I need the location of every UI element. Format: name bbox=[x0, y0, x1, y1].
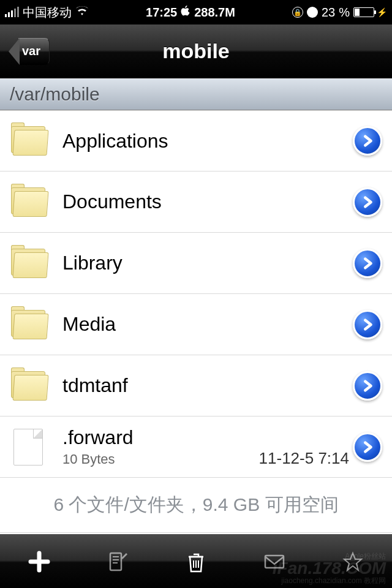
path-bar: /var/mobile bbox=[0, 78, 392, 110]
list-item[interactable]: Library bbox=[0, 233, 392, 294]
bottom-toolbar bbox=[0, 534, 392, 588]
status-bar: 中国移动 17:25 288.7M 🔒 23% ⚡ bbox=[0, 0, 392, 24]
item-name: tdmtanf bbox=[62, 374, 353, 397]
rotation-lock-icon: 🔒 bbox=[292, 7, 303, 18]
item-date: 11-12-5 7:14 bbox=[259, 449, 349, 468]
disclosure-button[interactable] bbox=[353, 432, 382, 462]
charging-icon: ⚡ bbox=[377, 7, 387, 17]
item-name: Media bbox=[62, 313, 353, 336]
disclosure-button[interactable] bbox=[353, 371, 382, 401]
navigation-bar: var mobile bbox=[0, 24, 392, 78]
svg-rect-0 bbox=[110, 553, 121, 570]
wifi-icon bbox=[75, 6, 89, 20]
signal-icon bbox=[5, 7, 19, 17]
battery-icon bbox=[353, 7, 374, 17]
list-item[interactable]: Documents bbox=[0, 172, 392, 233]
back-button-label: var bbox=[18, 38, 50, 65]
list-item[interactable]: .forward 10 Bytes 11-12-5 7:14 bbox=[0, 417, 392, 478]
disclosure-button[interactable] bbox=[353, 310, 382, 339]
current-path: /var/mobile bbox=[10, 84, 100, 105]
item-name: .forward bbox=[62, 426, 353, 449]
list-item[interactable]: Applications bbox=[0, 110, 392, 172]
page-title: mobile bbox=[0, 39, 392, 63]
disclosure-button[interactable] bbox=[353, 187, 382, 217]
trash-button[interactable] bbox=[180, 546, 212, 578]
disclosure-button[interactable] bbox=[353, 249, 382, 278]
folder-icon bbox=[11, 246, 50, 281]
item-name: Applications bbox=[62, 130, 353, 153]
file-icon bbox=[13, 429, 43, 466]
summary-row: 6 个文件/文件夹，9.4 GB 可用空间 bbox=[0, 478, 392, 533]
bookmark-button[interactable] bbox=[337, 546, 369, 578]
item-name: Documents bbox=[62, 190, 353, 213]
file-list: Applications Documents Library Media tdm… bbox=[0, 110, 392, 539]
svg-rect-1 bbox=[265, 556, 284, 568]
alarm-icon bbox=[307, 7, 318, 18]
clock-time: 17:25 bbox=[146, 6, 177, 20]
list-item[interactable]: tdmtanf bbox=[0, 355, 392, 417]
summary-text: 6 个文件/文件夹，9.4 GB 可用空间 bbox=[53, 492, 338, 518]
mail-button[interactable] bbox=[258, 546, 290, 578]
folder-icon bbox=[11, 124, 50, 158]
folder-icon bbox=[11, 185, 50, 219]
folder-icon bbox=[11, 307, 50, 342]
disclosure-button[interactable] bbox=[353, 126, 382, 156]
memory-label: 288.7M bbox=[194, 6, 235, 20]
list-item[interactable]: Media bbox=[0, 294, 392, 355]
edit-button[interactable] bbox=[102, 546, 134, 578]
folder-icon bbox=[11, 369, 50, 403]
apple-icon bbox=[181, 6, 190, 20]
back-button[interactable]: var bbox=[9, 38, 50, 65]
add-button[interactable] bbox=[23, 546, 55, 578]
carrier-label: 中国移动 bbox=[23, 4, 72, 21]
item-name: Library bbox=[62, 252, 353, 274]
item-size: 10 Bytes bbox=[62, 451, 115, 467]
battery-percent: 23 bbox=[322, 6, 335, 20]
